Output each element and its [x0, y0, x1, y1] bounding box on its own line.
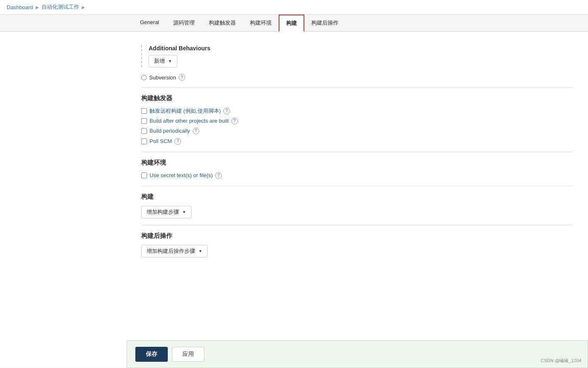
content-area: Additional Behaviours 新增 Subversion ? 构建…	[0, 32, 588, 289]
add-behaviour-button[interactable]: 新增	[149, 55, 177, 67]
dashed-section: Additional Behaviours 新增	[141, 45, 573, 67]
separator-2	[141, 152, 573, 152]
trigger1-label[interactable]: 触发远程构建 (例如,使用脚本)	[149, 107, 221, 115]
breadcrumb-sep1: ▶	[36, 5, 39, 10]
post-build-section: 构建后操作 增加构建后操作步骤	[141, 232, 573, 257]
separator-4	[141, 225, 573, 225]
tab-general[interactable]: General	[133, 15, 166, 32]
apply-button[interactable]: 应用	[172, 347, 204, 362]
add-build-step-button[interactable]: 增加构建步骤	[141, 206, 191, 218]
trigger4-checkbox[interactable]	[141, 138, 147, 144]
tab-triggers[interactable]: 构建触发器	[202, 15, 243, 32]
subversion-help-icon[interactable]: ?	[179, 74, 185, 81]
env-item-1: Use secret text(s) or file(s) ?	[141, 172, 573, 179]
trigger1-help-icon[interactable]: ?	[223, 108, 230, 114]
section-content: Additional Behaviours 新增 Subversion ? 构建…	[133, 32, 581, 264]
watermark: CSDN @曦曦_1204	[541, 358, 581, 364]
trigger-item-1: 触发远程构建 (例如,使用脚本) ?	[141, 107, 573, 115]
additional-behaviours-title: Additional Behaviours	[149, 45, 573, 52]
breadcrumb-sep2: ▶	[82, 5, 85, 10]
trigger1-checkbox[interactable]	[141, 108, 147, 114]
trigger2-checkbox[interactable]	[141, 118, 147, 124]
tab-env[interactable]: 构建环境	[243, 15, 279, 32]
breadcrumb-project[interactable]: 自动化测试工作	[42, 3, 79, 11]
tab-build[interactable]: 构建	[279, 15, 304, 32]
build-env-heading: 构建环境	[141, 159, 573, 167]
env1-checkbox[interactable]	[141, 173, 147, 178]
subversion-radio-item: Subversion ?	[141, 74, 573, 81]
build-section: 构建 增加构建步骤	[141, 193, 573, 218]
add-post-step-button[interactable]: 增加构建后操作步骤	[141, 245, 208, 257]
trigger-item-3: Build periodically ?	[141, 127, 573, 135]
tab-scm[interactable]: 源码管理	[166, 15, 202, 32]
trigger2-help-icon[interactable]: ?	[231, 118, 238, 124]
env1-label[interactable]: Use secret text(s) or file(s)	[149, 172, 213, 179]
tab-post[interactable]: 构建后操作	[304, 15, 345, 32]
trigger-item-2: Build after other projects are built ?	[141, 117, 573, 125]
tab-navigation: General 源码管理 构建触发器 构建环境 构建 构建后操作	[0, 15, 588, 32]
save-button[interactable]: 保存	[135, 347, 168, 362]
subversion-label[interactable]: Subversion	[149, 74, 176, 81]
breadcrumb-dashboard[interactable]: Dashboard	[7, 4, 33, 10]
separator-3	[141, 186, 573, 186]
action-bar: 保存 应用	[127, 341, 588, 368]
trigger4-help-icon[interactable]: ?	[174, 138, 181, 145]
breadcrumb-bar: Dashboard ▶ 自动化测试工作 ▶	[0, 0, 588, 15]
build-env-section: 构建环境 Use secret text(s) or file(s) ?	[141, 159, 573, 179]
env1-help-icon[interactable]: ?	[215, 172, 222, 179]
trigger2-label[interactable]: Build after other projects are built	[149, 117, 229, 125]
trigger3-label[interactable]: Build periodically	[149, 127, 190, 135]
build-triggers-heading: 构建触发器	[141, 94, 573, 102]
subversion-radio[interactable]	[141, 75, 147, 80]
build-triggers-section: 构建触发器 触发远程构建 (例如,使用脚本) ? Build after oth…	[141, 94, 573, 145]
post-build-heading: 构建后操作	[141, 232, 573, 240]
trigger3-checkbox[interactable]	[141, 128, 147, 134]
separator-1	[141, 87, 573, 88]
trigger4-label[interactable]: Poll SCM	[149, 138, 172, 145]
additional-behaviours-section: Additional Behaviours 新增	[141, 45, 573, 67]
trigger3-help-icon[interactable]: ?	[193, 128, 199, 134]
main-content: General 源码管理 构建触发器 构建环境 构建 构建后操作 Additio…	[0, 15, 588, 368]
trigger-item-4: Poll SCM ?	[141, 138, 573, 145]
build-heading: 构建	[141, 193, 573, 201]
